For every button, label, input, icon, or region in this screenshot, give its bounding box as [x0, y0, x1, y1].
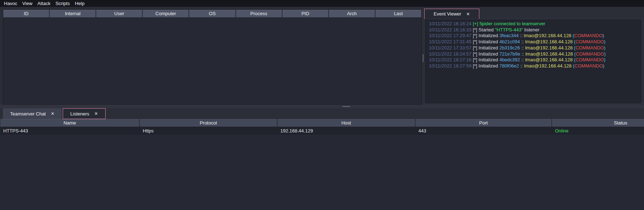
- havoc-window: HavocViewAttackScriptsHelp IDInternalUse…: [0, 0, 644, 210]
- column-header-name[interactable]: Name: [0, 119, 140, 127]
- splitter-dot: [348, 106, 349, 107]
- log-segment: ): [604, 39, 605, 44]
- log-segment: ): [603, 33, 604, 38]
- log-segment: Initialized: [479, 57, 499, 62]
- log-segment: listener: [523, 27, 539, 32]
- log-segment: Initialized: [479, 63, 499, 69]
- listeners-panel: Teamserver Chat✕Listeners✕ NameProtocolH…: [0, 108, 644, 210]
- column-header-computer[interactable]: Computer: [143, 10, 189, 17]
- column-header-os[interactable]: OS: [189, 10, 236, 17]
- log-segment: ): [604, 57, 605, 62]
- tab-label: Teamserver Chat: [10, 111, 46, 117]
- log-segment: ::: [519, 33, 524, 38]
- listener-name-cell: HTTPS-443: [0, 127, 140, 135]
- log-segment: Initialized: [479, 39, 499, 44]
- column-header-process[interactable]: Process: [236, 10, 283, 17]
- event-viewer-log[interactable]: 10/11/2022 16:16:24 [+] 5pider connected…: [424, 19, 642, 104]
- column-header-host[interactable]: Host: [277, 119, 416, 127]
- log-segment: [*]: [473, 33, 479, 38]
- log-segment: 10/11/2022 16:16:33: [429, 27, 473, 32]
- log-segment: [*]: [473, 27, 479, 32]
- column-header-id[interactable]: ID: [3, 10, 50, 17]
- event-log-line: 10/11/2022 16:16:24 [+] 5pider connected…: [429, 21, 639, 27]
- event-log-line: 10/11/2022 17:29:47 [*] Initialized 3fea…: [429, 33, 639, 39]
- log-segment: Started: [479, 27, 495, 32]
- log-segment: 721e7b9e: [499, 51, 520, 57]
- event-log-line: 10/11/2022 18:27:16 [*] Initialized 4bed…: [429, 57, 639, 63]
- tab-listeners[interactable]: Listeners✕: [63, 108, 106, 119]
- menu-item-help[interactable]: Help: [72, 0, 87, 7]
- horizontal-splitter-handle[interactable]: [343, 106, 350, 107]
- splitter-dot: [345, 106, 346, 107]
- log-segment: 4bedc392: [499, 57, 520, 62]
- log-segment: (: [572, 63, 574, 69]
- log-segment: [*]: [473, 57, 479, 62]
- splitter-dot: [423, 59, 423, 60]
- event-log-line: 10/11/2022 16:16:33 [*] Started "HTTPS-4…: [429, 27, 639, 33]
- splitter-dot: [346, 106, 347, 107]
- event-log-line: 10/11/2022 17:33:57 [*] Initialized 2b31…: [429, 45, 639, 51]
- listeners-table-header: NameProtocolHostPortStatus: [0, 119, 644, 127]
- splitter-dot: [423, 60, 423, 61]
- tab-teamserver-chat[interactable]: Teamserver Chat✕: [3, 108, 62, 119]
- log-segment: 10/11/2022 16:16:24: [429, 21, 473, 26]
- column-header-last[interactable]: Last: [376, 10, 421, 17]
- event-log-line: 10/11/2022 17:31:45 [*] Initialized 4b21…: [429, 39, 639, 45]
- splitter-dot: [349, 106, 350, 107]
- log-segment: Initialized: [479, 51, 499, 57]
- horizontal-splitter[interactable]: [0, 105, 644, 108]
- tab-label: Event Viewer: [434, 11, 461, 17]
- log-segment: 3feac344: [499, 33, 519, 38]
- menu-item-view[interactable]: View: [20, 0, 35, 7]
- sessions-table-header: IDInternalUserComputerOSProcessPIDArchLa…: [3, 10, 421, 17]
- column-header-status[interactable]: Status: [552, 119, 644, 127]
- log-segment: lmao@192.168.44.128: [525, 39, 573, 44]
- close-icon[interactable]: ✕: [94, 111, 98, 116]
- log-segment: [*]: [473, 51, 479, 57]
- log-segment: COMMANDO: [576, 45, 604, 51]
- log-segment: COMMANDO: [574, 63, 603, 69]
- log-segment: ::: [520, 45, 525, 51]
- column-header-internal[interactable]: Internal: [50, 10, 96, 17]
- menu-item-attack[interactable]: Attack: [35, 0, 53, 7]
- column-header-port[interactable]: Port: [416, 119, 552, 127]
- menu-bar: HavocViewAttackScriptsHelp: [0, 0, 644, 7]
- log-segment: [+]: [473, 21, 479, 26]
- listener-status-cell: Online: [552, 127, 644, 135]
- close-icon[interactable]: ✕: [466, 12, 470, 17]
- tab-label: Listeners: [70, 111, 89, 117]
- splitter-dot: [344, 106, 345, 107]
- column-header-user[interactable]: User: [96, 10, 143, 17]
- log-segment: ::: [519, 63, 524, 69]
- column-header-pid[interactable]: PID: [283, 10, 329, 17]
- listener-row[interactable]: HTTPS-443Https192.168.44.129443Online: [0, 127, 644, 135]
- log-segment: ): [603, 63, 604, 69]
- log-segment: (: [573, 39, 576, 44]
- listener-port-cell: 443: [416, 127, 552, 135]
- log-segment: 10/11/2022 18:27:16: [429, 57, 473, 62]
- splitter-dot: [423, 61, 423, 62]
- log-segment: COMMANDO: [576, 39, 604, 44]
- splitter-dot: [423, 57, 423, 57]
- sessions-table: IDInternalUserComputerOSProcessPIDArchLa…: [3, 9, 422, 105]
- log-segment: (: [573, 51, 576, 57]
- splitter-dot: [343, 106, 343, 107]
- log-segment: [*]: [473, 39, 479, 44]
- splitter-dot: [423, 54, 423, 55]
- menu-item-havoc[interactable]: Havoc: [1, 0, 20, 7]
- log-segment: ::: [520, 57, 525, 62]
- log-segment: 4b21c094: [499, 39, 520, 44]
- splitter-dot: [423, 58, 423, 58]
- log-segment: "HTTPS-443": [495, 27, 523, 32]
- log-segment: 10/11/2022 18:27:59: [429, 63, 473, 69]
- log-segment: 10/11/2022 17:31:45: [429, 39, 473, 44]
- column-header-protocol[interactable]: Protocol: [140, 119, 277, 127]
- event-log-line: 10/11/2022 18:24:57 [*] Initialized 721e…: [429, 51, 639, 57]
- log-segment: COMMANDO: [574, 33, 603, 38]
- menu-item-scripts[interactable]: Scripts: [53, 0, 72, 7]
- column-header-arch[interactable]: Arch: [329, 10, 376, 17]
- log-segment: Initialized: [479, 33, 499, 38]
- log-segment: 10/11/2022 17:29:47: [429, 33, 473, 38]
- tab-event-viewer[interactable]: Event Viewer ✕: [424, 9, 479, 19]
- close-icon[interactable]: ✕: [51, 111, 54, 116]
